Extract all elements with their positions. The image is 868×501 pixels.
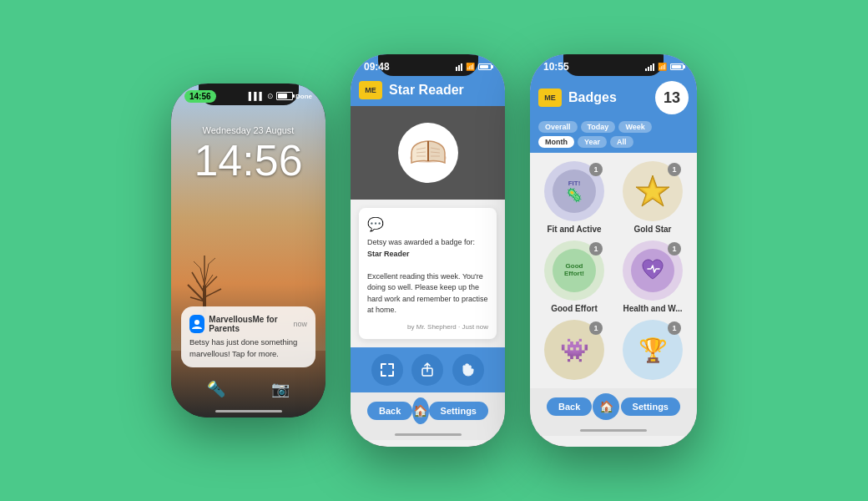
fit-active-circle: 1 FIT! 🦠 <box>544 161 604 221</box>
badge-image-area <box>351 106 505 200</box>
fit-inner: FIT! 🦠 <box>553 170 596 213</box>
home-button-2[interactable]: 🏠 <box>412 397 428 424</box>
battery-icon-3 <box>670 63 684 70</box>
badges-title: Badges <box>568 90 648 105</box>
fit-label: Fit and Active <box>547 225 601 234</box>
lockscreen-status-bar: 14:56 ▌▌▌ ⊙ Done <box>171 84 326 105</box>
message-footer: by Mr. Shepherd · Just now <box>367 323 488 331</box>
filter-today[interactable]: Today <box>581 121 616 133</box>
good-effort-notif: 1 <box>589 242 603 256</box>
status-icons-2: 📶 <box>456 63 492 71</box>
notif-body: Betsy has just done something marvellous… <box>189 337 307 359</box>
bottom-nav-3: Back 🏠 Settings <box>530 388 697 425</box>
filter-overall[interactable]: Overall <box>538 121 578 133</box>
health-notif: 1 <box>668 242 681 256</box>
badge-other2[interactable]: 1 🏆 <box>617 320 689 380</box>
signal-bars <box>456 63 462 71</box>
svg-line-12 <box>209 258 215 264</box>
badge-fit-active[interactable]: 1 FIT! 🦠 Fit and Active <box>538 161 610 234</box>
wifi-icon: ⊙ <box>267 92 274 100</box>
phone-badges: 10:55 📶 ME Badges 13 Over <box>530 54 697 447</box>
other1-circle: 1 👾 <box>544 320 604 380</box>
filter-year[interactable]: Year <box>578 136 607 148</box>
camera-icon[interactable]: 📷 <box>269 377 292 401</box>
good-effort-inner: GoodEffort! <box>553 249 596 292</box>
app-title-2: Star Reader <box>389 83 464 98</box>
notif-app-icon <box>189 315 204 333</box>
me-logo-2: ME <box>359 81 382 99</box>
signal-icon: ▌▌▌ <box>249 92 265 100</box>
gold-star-circle: 1 <box>623 161 683 221</box>
badge-other1[interactable]: 1 👾 <box>538 320 610 380</box>
status-icons: ▌▌▌ ⊙ Done <box>249 92 312 100</box>
time-badge: 14:56 <box>184 90 216 103</box>
back-button-3[interactable]: Back <box>547 397 592 416</box>
expand-button[interactable] <box>371 354 403 386</box>
filter-tabs: Overall Today Week Month Year All <box>530 121 697 153</box>
wifi-icon-3: 📶 <box>658 63 667 71</box>
other1-emoji: 👾 <box>560 337 589 364</box>
battery-icon <box>276 92 293 100</box>
settings-button-3[interactable]: Settings <box>621 397 680 416</box>
badge-health[interactable]: 1 Health and W... <box>617 240 689 313</box>
notif-app-name: MarvellousMe for Parents <box>209 315 293 333</box>
badge-gold-star[interactable]: 1 Gold Star <box>617 161 689 234</box>
phone-star-reader: 09:48 📶 ME Star Reader <box>351 54 505 447</box>
filter-month[interactable]: Month <box>538 136 574 148</box>
me-logo-3: ME <box>538 89 562 107</box>
health-heart-svg <box>639 257 666 284</box>
other2-emoji: 🏆 <box>638 337 668 364</box>
badge-count: 13 <box>655 81 689 114</box>
badge-good-effort[interactable]: 1 GoodEffort! Good Effort <box>538 240 610 313</box>
badges-grid: 1 FIT! 🦠 Fit and Active 1 <box>530 153 697 388</box>
time-display-2: 09:48 <box>364 61 390 73</box>
other2-circle: 1 🏆 <box>623 320 683 380</box>
bubble-icon: 💬 <box>367 216 488 232</box>
home-indicator <box>215 410 282 412</box>
notif-header: MarvellousMe for Parents now <box>189 315 307 333</box>
health-inner <box>631 249 674 292</box>
flashlight-icon[interactable]: 🔦 <box>204 377 228 401</box>
health-circle: 1 <box>623 240 683 301</box>
gold-star-notif: 1 <box>668 163 681 176</box>
svg-line-11 <box>194 261 200 268</box>
bottom-nav-2: Back 🏠 Settings <box>351 392 505 429</box>
battery-percent: Done <box>295 93 312 100</box>
share-button[interactable] <box>411 354 443 386</box>
filter-all[interactable]: All <box>610 136 633 148</box>
good-effort-label: Good Effort <box>551 304 598 313</box>
battery-icon-2 <box>478 63 492 70</box>
back-button-2[interactable]: Back <box>367 402 412 420</box>
lockscreen-time: 14:56 <box>194 139 302 182</box>
other1-notif: 1 <box>589 321 603 335</box>
phone-lockscreen: 14:56 ▌▌▌ ⊙ Done <box>171 84 326 418</box>
badge-display <box>398 123 458 183</box>
notification-card[interactable]: MarvellousMe for Parents now Betsy has j… <box>181 306 315 367</box>
status-icons-3: 📶 <box>645 63 684 71</box>
home-indicator-3 <box>530 425 697 436</box>
gold-star-label: Gold Star <box>633 225 671 234</box>
lockscreen-date: Wednesday 23 August <box>194 125 302 135</box>
status-bar-2: 09:48 📶 <box>351 54 505 76</box>
message-text: Detsy was awarded a badge for: Star Read… <box>367 237 488 316</box>
svg-point-13 <box>194 320 199 325</box>
notif-time: now <box>293 320 307 328</box>
signal-bars-3 <box>645 63 654 71</box>
settings-button-2[interactable]: Settings <box>429 402 488 420</box>
good-effort-circle: 1 GoodEffort! <box>544 240 604 301</box>
home-button-3[interactable]: 🏠 <box>593 393 619 420</box>
message-card: 💬 Detsy was awarded a badge for: Star Re… <box>359 208 497 339</box>
gold-star-svg <box>633 172 672 210</box>
notif-app-info: MarvellousMe for Parents <box>189 315 293 333</box>
action-buttons-row <box>351 347 505 392</box>
filter-week[interactable]: Week <box>618 121 651 133</box>
status-bar-3: 10:55 📶 <box>530 54 697 76</box>
home-indicator-2 <box>351 429 505 440</box>
svg-line-4 <box>204 289 221 297</box>
time-display-3: 10:55 <box>543 61 569 73</box>
hand-button[interactable] <box>452 354 484 386</box>
lockscreen-controls: 🔦 📷 <box>171 377 326 401</box>
wifi-icon-2: 📶 <box>466 63 475 71</box>
other2-notif: 1 <box>668 321 681 335</box>
fit-notif: 1 <box>589 163 603 176</box>
